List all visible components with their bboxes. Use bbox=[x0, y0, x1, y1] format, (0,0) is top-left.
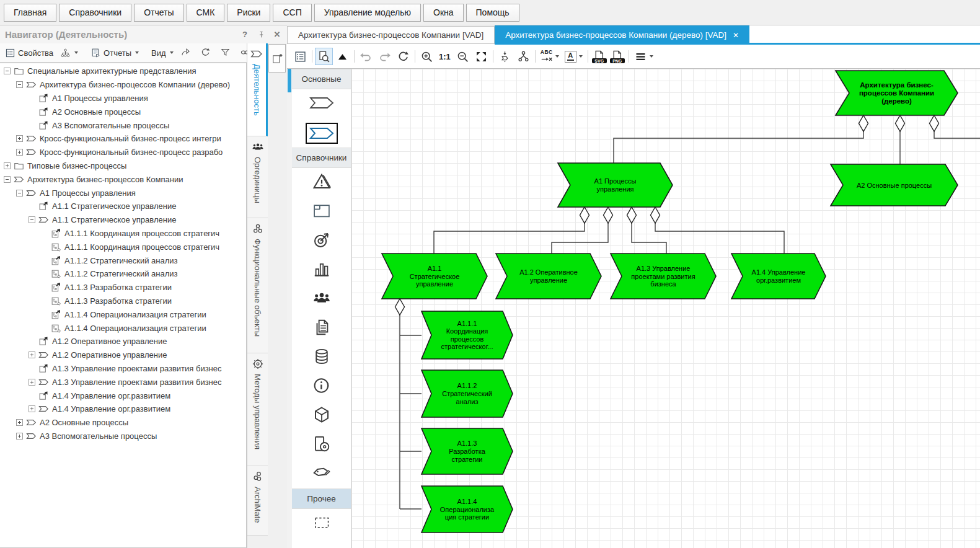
tree-item[interactable]: Архитектура бизнес-процессов Компании (д… bbox=[0, 78, 246, 92]
tree-item[interactable]: Типовые бизнес-процессы bbox=[0, 159, 246, 173]
properties-button[interactable]: Свойства bbox=[2, 46, 56, 60]
category-tab-методы-управления[interactable]: Методы управления bbox=[247, 353, 268, 466]
category-tab-оргединицы[interactable]: Оргединицы bbox=[247, 136, 268, 218]
tree-item[interactable]: A1.1 Стратегическое управление bbox=[0, 213, 246, 227]
zoom-out-button[interactable] bbox=[454, 48, 472, 65]
document-tab[interactable]: Архитектура бизнес-процессов Компании [V… bbox=[287, 26, 495, 44]
diagram-canvas[interactable]: Архитектура бизнес-процессов Компании(де… bbox=[351, 69, 980, 548]
help-icon[interactable]: ? bbox=[240, 30, 250, 40]
aggregation-diamond[interactable] bbox=[627, 207, 637, 223]
vad-shape-a1-3[interactable]: A1.3 Управлениепроектами развитиябизнеса bbox=[611, 254, 716, 299]
tree-item[interactable]: Архитектура бизнес-процессов Компании bbox=[0, 172, 246, 186]
menu-item-главная[interactable]: Главная bbox=[4, 4, 56, 22]
tree-item[interactable]: A1.1.2 Стратегический анализ bbox=[0, 254, 246, 267]
menu-item-управление-моделью[interactable]: Управление моделью bbox=[314, 4, 421, 22]
category-tab-archimate[interactable]: ArchiMate bbox=[247, 466, 268, 536]
triangle-up-button[interactable] bbox=[333, 48, 351, 65]
properties-button[interactable] bbox=[291, 48, 309, 65]
compress-button[interactable] bbox=[496, 48, 514, 65]
tree-item[interactable]: A1.4 Управление орг.развитием bbox=[0, 389, 246, 402]
tree-item[interactable]: A1.2 Оперативное управление bbox=[0, 348, 246, 362]
connector-line[interactable] bbox=[614, 131, 863, 163]
close-icon[interactable]: ✕ bbox=[733, 31, 739, 40]
palette-item-dashed-rect[interactable] bbox=[292, 509, 351, 538]
close-icon[interactable]: ✕ bbox=[272, 30, 282, 40]
tree-item[interactable]: A1.1.1 Координация процессов стратегич bbox=[0, 227, 246, 241]
zoom-in-button[interactable] bbox=[418, 48, 436, 65]
menu-item-ссп[interactable]: ССП bbox=[273, 4, 311, 22]
tree-item[interactable]: A1.1.4 Операционализация стратегии bbox=[0, 321, 246, 335]
tree-item[interactable]: A1.1 Стратегическое управление bbox=[0, 200, 246, 213]
zoom-actual-button[interactable]: 1:1 bbox=[436, 48, 453, 65]
vad-shape-a1-1[interactable]: A1.1Стратегическоеуправление bbox=[382, 254, 487, 299]
tree-item[interactable]: A3 Вспомогательные процессы bbox=[0, 118, 246, 132]
menu-item-окна[interactable]: Окна bbox=[423, 4, 464, 22]
collapse-toggle[interactable] bbox=[4, 176, 11, 183]
view-button[interactable]: Вид bbox=[149, 47, 176, 59]
vad-shape-a1-2[interactable]: A1.2 Оперативноеуправление bbox=[496, 254, 601, 299]
menu-item-риски[interactable]: Риски bbox=[227, 4, 270, 22]
expand-toggle[interactable] bbox=[29, 405, 35, 412]
connector-line[interactable] bbox=[632, 223, 666, 254]
reports-button[interactable]: Отчеты bbox=[88, 46, 141, 60]
collapse-toggle[interactable] bbox=[29, 216, 35, 223]
palette-item-vad-blue[interactable] bbox=[292, 118, 351, 148]
share-button[interactable] bbox=[178, 46, 194, 60]
menu-item-отчеты[interactable]: Отчеты bbox=[134, 4, 183, 22]
vad-shape-a1-1-2[interactable]: A1.1.2Стратегическийанализ bbox=[422, 370, 513, 417]
vad-shape-a1[interactable]: A1 Процессыуправления bbox=[558, 163, 673, 207]
aggregation-diamond[interactable] bbox=[395, 299, 405, 315]
tree-item[interactable]: Кросс-функциональный бизнес-процесс разр… bbox=[0, 146, 246, 159]
aggregation-diamond[interactable] bbox=[580, 207, 589, 223]
palette-item-target-arrow[interactable] bbox=[292, 226, 351, 255]
category-tab-деятельность[interactable]: Деятельность bbox=[247, 43, 268, 136]
aggregation-diamond[interactable] bbox=[896, 115, 905, 131]
vad-shape-a1-4[interactable]: A1.4 Управлениеорг.развитием bbox=[731, 254, 826, 299]
export-page-button[interactable]: SVG bbox=[591, 48, 608, 65]
document-tab-active[interactable]: Архитектура бизнес-процессов Компании (д… bbox=[495, 25, 749, 45]
menu-item-помощь[interactable]: Помощь bbox=[466, 4, 519, 22]
tree-item[interactable]: Кросс-функциональный бизнес-процесс инте… bbox=[0, 132, 246, 146]
tree-item[interactable]: A2 Основные процессы bbox=[0, 416, 246, 430]
vad-shape-a1-1-3[interactable]: A1.1.3Разработкастратегии bbox=[422, 428, 513, 474]
tree-item[interactable]: Специальные архитектурные представления bbox=[0, 64, 246, 78]
palette-section-прочее[interactable]: Прочее bbox=[292, 488, 351, 509]
redo-button[interactable] bbox=[376, 48, 394, 65]
aggregation-diamond[interactable] bbox=[651, 207, 660, 223]
zoom-page-button[interactable] bbox=[315, 48, 333, 65]
palette-item-window-pane[interactable] bbox=[292, 197, 351, 226]
menu-item-смк[interactable]: СМК bbox=[187, 4, 225, 22]
palette-item-tag[interactable] bbox=[292, 459, 351, 488]
tree-item[interactable]: A1 Процессы управления bbox=[0, 186, 246, 200]
vad-shape-a1-1-4[interactable]: A1.1.4Операционализация стратегии bbox=[422, 486, 513, 533]
new-diagram-button[interactable] bbox=[268, 44, 286, 73]
expand-toggle[interactable] bbox=[16, 149, 23, 156]
tree-item[interactable]: A1.1.2 Стратегический анализ bbox=[0, 267, 246, 281]
abc-button[interactable]: ABC bbox=[538, 48, 562, 65]
palette-scrollbar[interactable] bbox=[287, 69, 292, 548]
aggregation-diamond[interactable] bbox=[930, 115, 939, 131]
palette-item-documents[interactable] bbox=[292, 314, 351, 343]
refresh-button[interactable] bbox=[394, 48, 412, 65]
tree-item[interactable]: A1.1.3 Разработка стратегии bbox=[0, 281, 246, 294]
tree-item[interactable]: A2 Основные процессы bbox=[0, 105, 246, 118]
tree-item[interactable]: A1.3 Управление проектами развития бизне… bbox=[0, 362, 246, 376]
filter-button[interactable] bbox=[218, 46, 234, 60]
palette-section-справочники[interactable]: Справочники bbox=[292, 148, 351, 168]
hierarchy-button[interactable] bbox=[514, 48, 532, 65]
vad-shape-root[interactable]: Архитектура бизнес-процессов Компании(де… bbox=[836, 71, 958, 115]
expand-toggle[interactable] bbox=[4, 162, 11, 169]
expand-toggle[interactable] bbox=[16, 419, 23, 426]
aggregation-diamond[interactable] bbox=[859, 115, 868, 131]
tree-item[interactable]: A1.2 Оперативное управление bbox=[0, 335, 246, 348]
palette-item-info-circle[interactable] bbox=[292, 372, 351, 401]
connector-line[interactable] bbox=[934, 131, 980, 138]
category-tab-функциональные-объекты[interactable]: Функциональные объекты bbox=[247, 218, 268, 353]
pin-icon[interactable] bbox=[256, 30, 266, 40]
palette-item-warning-triangle[interactable] bbox=[292, 168, 351, 197]
tree-item[interactable]: A1.4 Управление орг.развитием bbox=[0, 402, 246, 416]
collapse-toggle[interactable] bbox=[16, 190, 23, 197]
tree-item[interactable]: A1.1.4 Операционализация стратегии bbox=[0, 307, 246, 321]
scrollbar-thumb[interactable] bbox=[288, 69, 291, 92]
font-color-button[interactable]: A bbox=[562, 48, 585, 65]
